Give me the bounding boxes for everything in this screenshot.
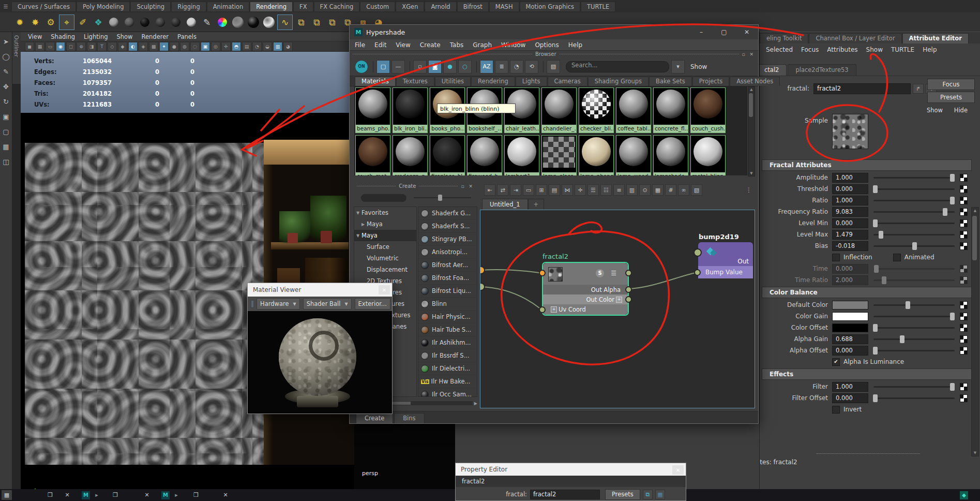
- create-node-shaderfx-g-[interactable]: Shaderfx G...: [418, 207, 477, 220]
- hypershade-menu-help[interactable]: Help: [568, 41, 582, 49]
- viewport-toolbar-icon[interactable]: ◈: [139, 42, 148, 51]
- viewport-toolbar-icon[interactable]: ▤: [242, 42, 251, 51]
- color-swatch-default-color[interactable]: [832, 301, 868, 310]
- bump2d19-input-port[interactable]: [693, 248, 702, 257]
- add-graph-tab-button[interactable]: +: [528, 199, 545, 210]
- material-swatch-lamp-glass[interactable]: lamp_glass: [541, 135, 577, 175]
- viewport-menu-shading[interactable]: Shading: [51, 33, 75, 40]
- taskbar-app-icon[interactable]: ▦: [2, 490, 12, 500]
- render-sun-icon[interactable]: ✹: [12, 15, 27, 30]
- taskbar-caret-icon[interactable]: ▸: [173, 490, 180, 500]
- material-swatch-couch-mat-[interactable]: couch_mat...: [355, 135, 390, 175]
- shelf-tab-rendering[interactable]: Rendering: [250, 2, 293, 11]
- swatch-render-on-button[interactable]: ON: [355, 60, 368, 73]
- browser-tab-textures[interactable]: Textures: [396, 77, 434, 86]
- viewport-toolbar-icon[interactable]: ◕: [283, 42, 293, 51]
- slider-handle[interactable]: [873, 185, 878, 193]
- refresh-icon[interactable]: ⟲: [525, 60, 538, 73]
- map-texture-icon[interactable]: [960, 335, 968, 343]
- create-node-shaderfx-s-[interactable]: Shaderfx S...: [418, 220, 477, 233]
- bump-value-port[interactable]: [694, 269, 701, 276]
- tree-item-maya[interactable]: ▼Maya: [354, 230, 416, 241]
- create-node-blinn[interactable]: Blinn: [418, 298, 477, 311]
- map-texture-icon[interactable]: [960, 231, 968, 239]
- material-viewer-titlebar[interactable]: Material Viewer ✕: [248, 283, 392, 297]
- node-editor-toolbar-icon-11[interactable]: ▥: [626, 184, 638, 196]
- attribute-slider[interactable]: [873, 200, 955, 201]
- outliner-collapsed-tab[interactable]: Outliner: [12, 32, 21, 84]
- create-node-hair-physic-[interactable]: Hair Physic...: [418, 311, 477, 323]
- sort-time-icon[interactable]: ◔: [510, 60, 523, 73]
- create-node-ilr-dielectri-[interactable]: Ilr Dielectri...: [418, 362, 477, 375]
- texture-view-icon[interactable]: ⧉: [643, 490, 653, 499]
- taskbar-close-icon[interactable]: ✕: [143, 490, 151, 500]
- paint-effects-icon[interactable]: ✐: [76, 15, 90, 30]
- attribute-value-field[interactable]: -0.018: [832, 241, 868, 251]
- taskbar-window-icon[interactable]: ❒: [46, 490, 55, 500]
- create-node-anisotropi-[interactable]: Anisotropi...: [418, 246, 477, 259]
- layout-split-pane-icon[interactable]: ◫: [1, 156, 11, 167]
- material-swatch-metal-blinn[interactable]: metal_blinn: [690, 135, 726, 175]
- viewport-toolbar-icon[interactable]: ▣: [201, 42, 210, 51]
- attribute-value-field[interactable]: 9.083: [832, 207, 868, 217]
- viewport-menu-renderer[interactable]: Renderer: [142, 33, 169, 40]
- node-tab-ctal2[interactable]: ctal2: [760, 64, 787, 76]
- map-texture-icon[interactable]: [960, 347, 968, 355]
- slider-handle[interactable]: [873, 324, 878, 332]
- black-sphere-icon[interactable]: [246, 15, 261, 30]
- viewport-toolbar-icon[interactable]: ◓: [232, 42, 241, 51]
- map-texture-icon[interactable]: [960, 197, 968, 204]
- close-icon[interactable]: ✕: [379, 285, 390, 294]
- sort-alphabetical-icon[interactable]: AZ: [480, 60, 493, 73]
- node-editor-toolbar-icon-3[interactable]: ▭: [523, 184, 534, 196]
- material-swatch-lampshade-[interactable]: lampshade...: [653, 135, 688, 175]
- color-swatch-color-offset[interactable]: [832, 323, 868, 332]
- attribute-value-field[interactable]: 0.688: [832, 334, 868, 344]
- slider-handle[interactable]: [874, 265, 879, 273]
- dock-tab-channel-box-layer-editor[interactable]: Channel Box / Layer Editor: [809, 33, 901, 43]
- material-sample-2-icon[interactable]: [122, 15, 137, 30]
- attribute-slider[interactable]: [873, 304, 955, 306]
- swatch-refresh-icon[interactable]: ▦: [655, 490, 665, 499]
- slider-handle[interactable]: [906, 301, 910, 309]
- attribute-value-field[interactable]: 1.000: [832, 196, 868, 205]
- taskbar-window-icon[interactable]: ❒: [191, 490, 201, 500]
- node-editor-toolbar-icon-5[interactable]: ▤: [549, 184, 560, 196]
- attribute-menu-help[interactable]: Help: [923, 46, 937, 53]
- material-swatch-blk-iron-bli-[interactable]: blk_iron_bli...: [393, 87, 428, 133]
- slider-handle[interactable]: [950, 383, 955, 391]
- notes-divider[interactable]: [817, 453, 920, 454]
- fractal2-output-port[interactable]: [625, 270, 632, 276]
- viewport-toolbar-icon[interactable]: ◌: [190, 42, 200, 51]
- hypershade-icon[interactable]: ❖: [91, 15, 105, 30]
- material-swatch-lambert1[interactable]: lambert1: [504, 135, 539, 175]
- attribute-menu-selected[interactable]: Selected: [766, 46, 793, 53]
- shelf-tab-motion-graphics[interactable]: Motion Graphics: [520, 2, 580, 11]
- map-texture-icon[interactable]: [960, 324, 968, 332]
- viewport-menu-panels[interactable]: Panels: [177, 33, 197, 40]
- attribute-slider[interactable]: [873, 386, 955, 388]
- viewport-toolbar-icon[interactable]: ◻: [66, 42, 76, 51]
- hypershade-menu-view[interactable]: View: [396, 41, 410, 49]
- node-editor-toolbar-icon-0[interactable]: ⇤: [484, 184, 495, 196]
- scale-tool-icon[interactable]: ▣: [1, 111, 11, 122]
- viewport-toolbar-icon[interactable]: ◆: [118, 42, 127, 51]
- create-node-ilr-occ-sam-[interactable]: Ilr Occ Sam...: [418, 388, 477, 397]
- property-editor-window[interactable]: Property Editor ✕ fractal2 fractal: frac…: [455, 463, 686, 501]
- rotate-tool-icon[interactable]: ↻: [1, 96, 11, 107]
- sort-type-icon[interactable]: ≣: [495, 60, 508, 73]
- browser-tab-rendering[interactable]: Rendering: [471, 77, 515, 86]
- taskbar-close-icon[interactable]: ✕: [63, 490, 71, 500]
- shelf-tab-mash[interactable]: MASH: [489, 2, 519, 11]
- material-sample-6-icon[interactable]: [184, 15, 199, 30]
- node-editor-toolbar-icon-8[interactable]: ☰: [587, 184, 599, 196]
- bump2d19-node[interactable]: Out Bump Value: [698, 242, 753, 286]
- map-texture-icon[interactable]: [960, 219, 968, 227]
- shading-group-icon[interactable]: S: [596, 269, 604, 277]
- browser-tab-materials[interactable]: Materials: [355, 77, 396, 86]
- select-output-icon[interactable]: ↱: [913, 84, 924, 94]
- shelf-tab-custom[interactable]: Custom: [360, 2, 395, 11]
- hypershade-menu-create[interactable]: Create: [420, 41, 441, 49]
- environment-dropdown[interactable]: Exterior...: [355, 298, 390, 310]
- node-editor-toolbar-icon-14[interactable]: #: [665, 184, 676, 196]
